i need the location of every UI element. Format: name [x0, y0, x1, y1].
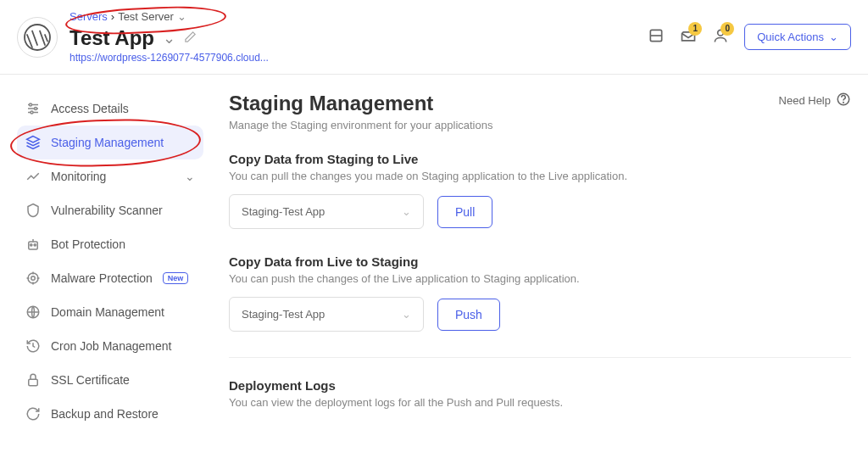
svg-point-23 [843, 102, 844, 103]
push-button[interactable]: Push [437, 299, 500, 331]
need-help-label: Need Help [779, 94, 831, 107]
svg-point-14 [28, 273, 38, 283]
user-badge: 0 [721, 22, 734, 36]
header-actions: 1 0 Quick Actions ⌄ [648, 24, 851, 50]
sidebar-item-backup-restore[interactable]: Backup and Restore [17, 397, 203, 431]
chevron-right-icon: › [111, 10, 114, 23]
push-selected-label: Staging-Test App [242, 308, 325, 321]
content: Staging Management Manage the Staging en… [229, 92, 851, 431]
header-content: Servers › Test Server ⌄ Test App ⌄ https… [70, 10, 648, 64]
sidebar-item-staging-management[interactable]: Staging Management [17, 126, 203, 159]
sidebar: Access Details Staging Management Monito… [17, 92, 203, 431]
breadcrumb: Servers › Test Server ⌄ [70, 10, 648, 23]
chevron-down-icon: ⌄ [402, 308, 411, 321]
breadcrumb-server-name[interactable]: Test Server [118, 10, 174, 23]
sidebar-item-vulnerability-scanner[interactable]: Vulnerability Scanner [17, 193, 203, 227]
app-url[interactable]: https://wordpress-1269077-4577906.cloud.… [70, 52, 648, 64]
sidebar-item-monitoring[interactable]: Monitoring ⌄ [17, 159, 203, 193]
pull-selected-label: Staging-Test App [242, 205, 325, 218]
app-title: Test App [70, 26, 154, 50]
logs-section-title: Deployment Logs [229, 378, 851, 393]
help-icon [836, 92, 851, 109]
sidebar-item-access-details[interactable]: Access Details [17, 92, 203, 126]
shield-icon [25, 203, 41, 218]
sidebar-item-label: Monitoring [51, 170, 106, 183]
header: Servers › Test Server ⌄ Test App ⌄ https… [0, 0, 868, 75]
chevron-down-icon: ⌄ [185, 170, 195, 183]
sliders-icon [25, 101, 41, 116]
refresh-icon [25, 406, 41, 422]
svg-point-7 [30, 103, 32, 106]
globe-icon [25, 304, 41, 320]
sidebar-item-label: Staging Management [51, 136, 164, 149]
sidebar-item-label: Vulnerability Scanner [51, 204, 163, 217]
pull-section-desc: You can pull the changes you made on Sta… [229, 170, 851, 182]
need-help-link[interactable]: Need Help [779, 92, 851, 109]
push-app-select[interactable]: Staging-Test App ⌄ [229, 297, 424, 332]
user-icon[interactable]: 0 [712, 27, 729, 47]
target-icon [25, 271, 41, 286]
pull-button[interactable]: Pull [437, 196, 492, 228]
breadcrumb-servers-link[interactable]: Servers [70, 10, 108, 23]
push-section-title: Copy Data from Live to Staging [229, 254, 851, 269]
push-section-desc: You can push the changes of the Live app… [229, 272, 851, 285]
svg-rect-21 [29, 379, 38, 386]
sidebar-item-label: Cron Job Management [51, 339, 171, 353]
sidebar-item-cron-job[interactable]: Cron Job Management [17, 329, 203, 363]
pull-app-select[interactable]: Staging-Test App ⌄ [229, 194, 424, 229]
edit-icon[interactable] [184, 31, 197, 47]
svg-point-11 [31, 244, 32, 246]
notification-icon[interactable]: 1 [680, 27, 697, 47]
layers-icon [25, 135, 41, 150]
svg-point-9 [31, 111, 33, 114]
push-row: Staging-Test App ⌄ Push [229, 297, 851, 332]
sidebar-item-label: Domain Management [51, 305, 164, 319]
chevron-down-icon[interactable]: ⌄ [163, 29, 175, 47]
app-title-row: Test App ⌄ [70, 26, 648, 50]
svg-point-12 [34, 244, 36, 246]
server-icon[interactable] [648, 27, 665, 47]
main: Access Details Staging Management Monito… [0, 75, 868, 431]
lock-icon [25, 372, 41, 388]
history-icon [25, 338, 41, 354]
chevron-down-icon: ⌄ [402, 205, 411, 218]
notification-badge: 1 [688, 22, 702, 36]
page-title: Staging Management [229, 92, 492, 115]
sidebar-item-ssl-certificate[interactable]: SSL Certificate [17, 363, 203, 397]
quick-actions-button[interactable]: Quick Actions ⌄ [744, 24, 851, 50]
sidebar-item-label: Malware Protection [51, 271, 153, 285]
divider [229, 357, 851, 358]
svg-point-8 [35, 108, 37, 110]
pull-section-title: Copy Data from Staging to Live [229, 152, 851, 166]
sidebar-item-label: Backup and Restore [51, 407, 159, 421]
sidebar-item-bot-protection[interactable]: Bot Protection [17, 227, 203, 261]
chart-icon [25, 169, 41, 184]
sidebar-item-malware-protection[interactable]: Malware Protection New [17, 261, 203, 295]
sidebar-item-domain-management[interactable]: Domain Management [17, 295, 203, 329]
page-subtitle: Manage the Staging environment for your … [229, 119, 492, 131]
new-badge: New [163, 272, 189, 284]
pull-row: Staging-Test App ⌄ Pull [229, 194, 851, 229]
content-head: Staging Management Manage the Staging en… [229, 92, 851, 152]
quick-actions-label: Quick Actions [757, 31, 824, 43]
svg-point-15 [31, 276, 36, 281]
chevron-down-icon[interactable]: ⌄ [177, 10, 186, 23]
sidebar-item-label: Access Details [51, 102, 129, 115]
logs-section-desc: You can view the deployment logs for all… [229, 396, 851, 409]
robot-icon [25, 237, 41, 252]
sidebar-item-label: Bot Protection [51, 237, 125, 251]
wordpress-logo [17, 17, 58, 58]
chevron-down-icon: ⌄ [829, 31, 838, 43]
sidebar-item-label: SSL Certificate [51, 373, 130, 387]
